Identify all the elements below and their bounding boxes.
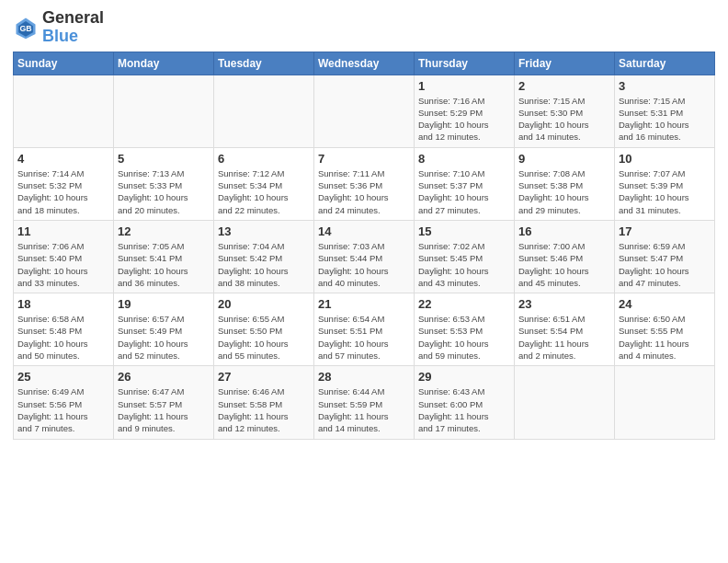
weekday-header-row: SundayMondayTuesdayWednesdayThursdayFrid…: [14, 52, 715, 75]
calendar-cell: 15Sunrise: 7:02 AM Sunset: 5:45 PM Dayli…: [415, 220, 515, 293]
day-info: Sunrise: 7:07 AM Sunset: 5:39 PM Dayligh…: [619, 167, 711, 216]
calendar-cell: [14, 75, 114, 147]
day-info: Sunrise: 6:57 AM Sunset: 5:49 PM Dayligh…: [118, 313, 210, 362]
calendar-cell: 21Sunrise: 6:54 AM Sunset: 5:51 PM Dayli…: [314, 293, 415, 366]
svg-text:GB: GB: [19, 24, 31, 33]
calendar-cell: 13Sunrise: 7:04 AM Sunset: 5:42 PM Dayli…: [214, 220, 314, 293]
week-row-1: 1Sunrise: 7:16 AM Sunset: 5:29 PM Daylig…: [14, 75, 715, 147]
day-info: Sunrise: 7:12 AM Sunset: 5:34 PM Dayligh…: [218, 167, 310, 216]
calendar-table: SundayMondayTuesdayWednesdayThursdayFrid…: [13, 52, 715, 440]
day-info: Sunrise: 7:05 AM Sunset: 5:41 PM Dayligh…: [118, 240, 210, 289]
day-number: 7: [318, 152, 410, 166]
calendar-cell: 1Sunrise: 7:16 AM Sunset: 5:29 PM Daylig…: [415, 75, 515, 147]
weekday-header-friday: Friday: [515, 52, 615, 75]
calendar-cell: [314, 75, 415, 147]
day-number: 1: [418, 79, 510, 93]
page-container: GB General Blue SundayMondayTuesdayWedne…: [0, 0, 728, 447]
day-info: Sunrise: 7:10 AM Sunset: 5:37 PM Dayligh…: [418, 167, 510, 216]
calendar-cell: 24Sunrise: 6:50 AM Sunset: 5:55 PM Dayli…: [615, 293, 715, 366]
calendar-cell: 2Sunrise: 7:15 AM Sunset: 5:30 PM Daylig…: [515, 75, 615, 147]
day-info: Sunrise: 6:43 AM Sunset: 6:00 PM Dayligh…: [418, 385, 510, 434]
header: GB General Blue: [13, 9, 715, 46]
weekday-header-tuesday: Tuesday: [214, 52, 314, 75]
day-number: 9: [518, 152, 610, 166]
calendar-cell: 10Sunrise: 7:07 AM Sunset: 5:39 PM Dayli…: [615, 147, 715, 220]
calendar-cell: 11Sunrise: 7:06 AM Sunset: 5:40 PM Dayli…: [14, 220, 114, 293]
calendar-cell: 5Sunrise: 7:13 AM Sunset: 5:33 PM Daylig…: [114, 147, 214, 220]
calendar-cell: [515, 366, 615, 439]
calendar-cell: 29Sunrise: 6:43 AM Sunset: 6:00 PM Dayli…: [415, 366, 515, 439]
day-info: Sunrise: 7:03 AM Sunset: 5:44 PM Dayligh…: [318, 240, 410, 289]
calendar-cell: 28Sunrise: 6:44 AM Sunset: 5:59 PM Dayli…: [314, 366, 415, 439]
calendar-cell: 7Sunrise: 7:11 AM Sunset: 5:36 PM Daylig…: [314, 147, 415, 220]
day-info: Sunrise: 6:49 AM Sunset: 5:56 PM Dayligh…: [17, 385, 109, 434]
day-info: Sunrise: 7:13 AM Sunset: 5:33 PM Dayligh…: [118, 167, 210, 216]
day-number: 20: [218, 297, 310, 311]
week-row-2: 4Sunrise: 7:14 AM Sunset: 5:32 PM Daylig…: [14, 147, 715, 220]
calendar-cell: 26Sunrise: 6:47 AM Sunset: 5:57 PM Dayli…: [114, 366, 214, 439]
day-number: 11: [17, 224, 109, 238]
day-number: 26: [118, 370, 210, 384]
day-info: Sunrise: 7:14 AM Sunset: 5:32 PM Dayligh…: [17, 167, 109, 216]
day-info: Sunrise: 6:59 AM Sunset: 5:47 PM Dayligh…: [619, 240, 711, 289]
weekday-header-wednesday: Wednesday: [314, 52, 415, 75]
day-info: Sunrise: 6:53 AM Sunset: 5:53 PM Dayligh…: [418, 313, 510, 362]
calendar-cell: 19Sunrise: 6:57 AM Sunset: 5:49 PM Dayli…: [114, 293, 214, 366]
calendar-cell: [214, 75, 314, 147]
calendar-cell: 25Sunrise: 6:49 AM Sunset: 5:56 PM Dayli…: [14, 366, 114, 439]
weekday-header-thursday: Thursday: [415, 52, 515, 75]
weekday-header-sunday: Sunday: [14, 52, 114, 75]
day-number: 22: [418, 297, 510, 311]
logo-icon: GB: [13, 15, 39, 40]
day-number: 23: [518, 297, 610, 311]
day-info: Sunrise: 7:15 AM Sunset: 5:31 PM Dayligh…: [619, 95, 711, 144]
day-number: 8: [418, 152, 510, 166]
day-number: 24: [619, 297, 711, 311]
day-number: 15: [418, 224, 510, 238]
day-number: 17: [619, 224, 711, 238]
day-info: Sunrise: 7:04 AM Sunset: 5:42 PM Dayligh…: [218, 240, 310, 289]
day-number: 12: [118, 224, 210, 238]
calendar-cell: 22Sunrise: 6:53 AM Sunset: 5:53 PM Dayli…: [415, 293, 515, 366]
week-row-5: 25Sunrise: 6:49 AM Sunset: 5:56 PM Dayli…: [14, 366, 715, 439]
day-info: Sunrise: 6:44 AM Sunset: 5:59 PM Dayligh…: [318, 385, 410, 434]
day-number: 5: [118, 152, 210, 166]
calendar-cell: 12Sunrise: 7:05 AM Sunset: 5:41 PM Dayli…: [114, 220, 214, 293]
day-number: 25: [17, 370, 109, 384]
calendar-cell: [114, 75, 214, 147]
calendar-cell: 20Sunrise: 6:55 AM Sunset: 5:50 PM Dayli…: [214, 293, 314, 366]
day-number: 29: [418, 370, 510, 384]
day-number: 14: [318, 224, 410, 238]
logo-text: General Blue: [42, 9, 104, 46]
calendar-cell: 18Sunrise: 6:58 AM Sunset: 5:48 PM Dayli…: [14, 293, 114, 366]
day-info: Sunrise: 6:51 AM Sunset: 5:54 PM Dayligh…: [518, 313, 610, 362]
day-number: 10: [619, 152, 711, 166]
day-number: 21: [318, 297, 410, 311]
day-info: Sunrise: 7:02 AM Sunset: 5:45 PM Dayligh…: [418, 240, 510, 289]
calendar-cell: 27Sunrise: 6:46 AM Sunset: 5:58 PM Dayli…: [214, 366, 314, 439]
day-info: Sunrise: 6:46 AM Sunset: 5:58 PM Dayligh…: [218, 385, 310, 434]
day-number: 28: [318, 370, 410, 384]
calendar-cell: 8Sunrise: 7:10 AM Sunset: 5:37 PM Daylig…: [415, 147, 515, 220]
day-info: Sunrise: 6:50 AM Sunset: 5:55 PM Dayligh…: [619, 313, 711, 362]
day-number: 4: [17, 152, 109, 166]
day-info: Sunrise: 7:00 AM Sunset: 5:46 PM Dayligh…: [518, 240, 610, 289]
day-info: Sunrise: 7:08 AM Sunset: 5:38 PM Dayligh…: [518, 167, 610, 216]
calendar-cell: 16Sunrise: 7:00 AM Sunset: 5:46 PM Dayli…: [515, 220, 615, 293]
calendar-cell: 14Sunrise: 7:03 AM Sunset: 5:44 PM Dayli…: [314, 220, 415, 293]
weekday-header-monday: Monday: [114, 52, 214, 75]
week-row-4: 18Sunrise: 6:58 AM Sunset: 5:48 PM Dayli…: [14, 293, 715, 366]
day-info: Sunrise: 6:54 AM Sunset: 5:51 PM Dayligh…: [318, 313, 410, 362]
day-number: 19: [118, 297, 210, 311]
calendar-cell: 17Sunrise: 6:59 AM Sunset: 5:47 PM Dayli…: [615, 220, 715, 293]
day-number: 3: [619, 79, 711, 93]
day-number: 13: [218, 224, 310, 238]
logo: GB General Blue: [13, 9, 104, 46]
day-info: Sunrise: 6:47 AM Sunset: 5:57 PM Dayligh…: [118, 385, 210, 434]
day-info: Sunrise: 7:15 AM Sunset: 5:30 PM Dayligh…: [518, 95, 610, 144]
calendar-cell: 6Sunrise: 7:12 AM Sunset: 5:34 PM Daylig…: [214, 147, 314, 220]
calendar-cell: [615, 366, 715, 439]
calendar-cell: 3Sunrise: 7:15 AM Sunset: 5:31 PM Daylig…: [615, 75, 715, 147]
calendar-cell: 23Sunrise: 6:51 AM Sunset: 5:54 PM Dayli…: [515, 293, 615, 366]
day-number: 2: [518, 79, 610, 93]
